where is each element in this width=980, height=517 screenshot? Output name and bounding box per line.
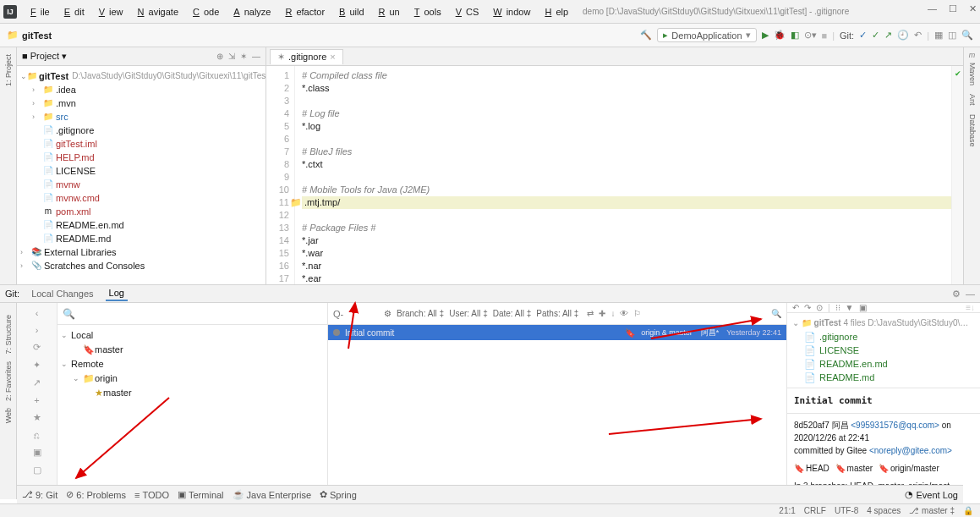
vcs-revert-icon[interactable]: ↶ [914,30,922,41]
new-branch-icon[interactable]: + [34,395,39,405]
expand-icon[interactable]: ▣ [33,447,41,458]
committer-email[interactable]: <noreply@gitee.com> [869,446,952,455]
tree-item[interactable]: 📄gitTest.iml [20,137,262,151]
coverage-icon[interactable]: ◧ [791,30,799,41]
menu-window[interactable]: Window [485,5,534,19]
menu-file[interactable]: File [22,5,54,19]
branch-search-input[interactable] [79,309,322,319]
database-tool-tab[interactable]: Database [966,111,978,151]
debug-icon[interactable]: 🐞 [774,30,786,41]
intellisort-icon[interactable]: ⇄ [587,309,594,318]
bottom-tab-terminal[interactable]: ▣ Terminal [178,489,224,500]
commit-list[interactable]: Initial commit 🔖 origin & master 阿昌* Yes… [328,325,786,499]
bottom-tab-java-ee[interactable]: ☕ Java Enterprise [233,489,311,500]
bottom-tab-problems[interactable]: ⊘ 6: Problems [66,489,126,500]
status-branch[interactable]: ⎇ master ‡ [909,506,955,515]
external-libraries[interactable]: ›📚 External Libraries [20,245,262,259]
git-hide-icon[interactable]: — [966,289,975,300]
maximize-button[interactable]: ☐ [949,3,957,14]
status-encoding[interactable]: UTF-8 [835,506,858,515]
vcs-update-icon[interactable]: ✓ [859,30,867,41]
cherry-pick-icon[interactable]: ✦ [33,360,41,371]
tree-item[interactable]: 📄.gitignore [20,124,262,137]
menu-navigate[interactable]: Navigate [129,5,183,19]
branch-group-local[interactable]: ⌄Local [61,328,324,343]
branch-group-remote[interactable]: ⌄Remote [61,357,324,371]
changed-file[interactable]: 📄README.en.md [792,357,975,371]
diff-refresh-icon[interactable]: ⊙ [816,303,823,312]
tree-item[interactable]: ›📁src [20,110,262,124]
select-opened-icon[interactable]: ⊕ [216,52,223,61]
filter-user[interactable]: User: All ‡ [449,309,488,318]
tree-icon[interactable]: ⎌ [34,430,40,440]
menu-tools[interactable]: Tools [406,5,446,19]
eye-icon[interactable]: 👁 [620,309,628,318]
back-icon[interactable]: ‹ [36,308,39,318]
menu-analyze[interactable]: Analyze [225,5,275,19]
web-tool-tab[interactable]: Web [3,404,14,426]
tree-item[interactable]: 📄LICENSE [20,164,262,178]
status-caret-pos[interactable]: 21:1 [779,506,795,515]
diff-next-icon[interactable]: ↷ [804,303,811,312]
menu-edit[interactable]: Edit [56,5,89,19]
tree-item[interactable]: 📄README.md [20,232,262,245]
status-line-sep[interactable]: CRLF [804,506,826,515]
group-icon[interactable]: ⁝⁝ [835,303,840,312]
project-tree[interactable]: ⌄📁 gitTest D:\JavaStudy\GitStduy0\GitStu… [17,66,266,284]
commit-row-selected[interactable]: Initial commit 🔖 origin & master 阿昌* Yes… [328,325,786,340]
status-indent[interactable]: 4 spaces [867,506,901,515]
code-area[interactable]: # Compiled class file*.class # Log file*… [295,66,951,284]
tree-item[interactable]: 📄HELP.md [20,151,262,164]
menu-view[interactable]: View [90,5,128,19]
bottom-tab-todo[interactable]: ≡ TODO [134,490,169,500]
filter-icon[interactable]: ▼ [846,303,854,312]
bottom-tab-git[interactable]: ⎇ 9: Git [22,489,57,500]
menu-refactor[interactable]: Refactor [276,5,329,19]
branch-remote-origin-master[interactable]: ★ master [61,386,324,400]
tree-item[interactable]: ›📁.mvn [20,96,262,110]
branch-tree[interactable]: ⌄Local 🔖 master ⌄Remote ⌄📁 origin ★ mast… [57,325,327,404]
tree-item[interactable]: mpom.xml [20,205,262,218]
close-tab-icon[interactable]: × [330,52,335,62]
editor-tab-gitignore[interactable]: ✶ .gitignore × [270,49,343,64]
project-tool-tab[interactable]: 1: Project [3,51,14,90]
log-search-input[interactable] [333,309,379,319]
editor-body[interactable]: 1234567891011121314151617 # Compiled cla… [266,66,963,284]
arrow-down-icon[interactable]: ↓ [610,309,615,318]
flag-icon[interactable]: ⚐ [633,309,641,318]
collapse-all-icon[interactable]: ✶ [240,52,247,61]
branch-local-master[interactable]: 🔖 master [61,343,324,357]
event-log-button[interactable]: ◔ Event Log [905,489,958,500]
author-email[interactable]: <995931576@qq.com> [851,421,939,430]
filter-branch[interactable]: Branch: All ‡ [397,309,444,318]
git-tab-local-changes[interactable]: Local Changes [28,287,96,300]
vcs-history-icon[interactable]: 🕘 [897,30,909,41]
bottom-tab-spring[interactable]: ✿ Spring [320,489,357,500]
find-icon[interactable]: 🔍 [771,309,781,318]
expand-all-icon[interactable]: ⇲ [228,52,235,61]
scratches[interactable]: ›📎 Scratches and Consoles [20,259,262,272]
settings-icon[interactable]: — [252,52,260,61]
build-icon[interactable]: 🔨 [640,30,652,41]
changed-files[interactable]: ⌄ 📁 gitTest 4 files D:\JavaStudy\GitStdu… [787,313,980,388]
ide-icon1[interactable]: ▦ [934,30,943,41]
tree-item[interactable]: ›📁.idea [20,83,262,96]
menu-build[interactable]: Build [331,5,368,19]
vcs-commit-icon[interactable]: ✓ [872,30,879,41]
ide-icon2[interactable]: ◫ [948,30,956,41]
git-settings-icon[interactable]: ⚙ [952,289,961,300]
gear-icon[interactable]: ⚙ [384,309,391,318]
collapse-icon[interactable]: ▢ [33,465,41,476]
changed-file[interactable]: 📄LICENSE [792,344,975,357]
fwd-icon[interactable]: › [36,325,39,335]
maven-tool-tab[interactable]: Maven [966,59,978,89]
favorites-tool-tab[interactable]: 2: Favorites [3,358,14,404]
changed-file[interactable]: 📄.gitignore [792,330,975,344]
breadcrumb[interactable]: 📁 gitTest [7,30,52,41]
branch-remote-origin[interactable]: ⌄📁 origin [61,371,324,386]
tree-root[interactable]: ⌄📁 gitTest D:\JavaStudy\GitStduy0\GitStu… [20,69,262,83]
status-lock-icon[interactable]: 🔒 [963,506,973,515]
ant-tool-tab[interactable]: Ant [966,91,978,109]
profile-icon[interactable]: ⊙▾ [804,30,817,41]
menu-run[interactable]: Run [370,5,404,19]
